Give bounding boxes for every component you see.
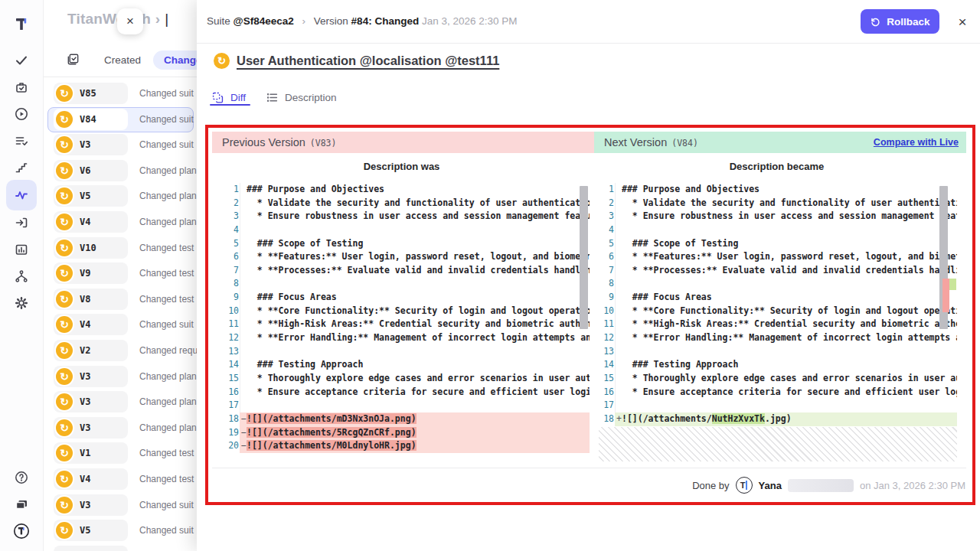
- done-by-row: Done by T Yana on Jan 3, 2026 2:30 PM: [692, 475, 965, 495]
- version-list-item[interactable]: ↻V3Changed suit: [44, 134, 197, 157]
- version-list-item[interactable]: ↻V8Changed test: [44, 289, 197, 311]
- version-caption: Changed suit: [139, 500, 194, 510]
- activity-icon[interactable]: [6, 180, 37, 210]
- version-list-item[interactable]: ↻V3Changed plan: [44, 417, 197, 440]
- removed-lines-placeholder-hatch: [599, 427, 957, 461]
- version-caption: Changed suit: [139, 88, 194, 99]
- code-line: 4: [599, 223, 957, 237]
- version-label: V9: [80, 268, 90, 279]
- version-caption: Changed suit: [139, 319, 194, 330]
- version-pill: [54, 546, 128, 551]
- version-list-item[interactable]: ↻V1Changed test: [44, 442, 197, 465]
- text-cursor: |: [165, 11, 168, 27]
- version-pill: ↻V4: [54, 314, 128, 335]
- changed-version-icon: ↻: [56, 85, 73, 102]
- version-list-item[interactable]: ↻V85Changed suit: [44, 83, 197, 106]
- icon-rail: [0, 0, 44, 551]
- previous-version-header: Previous Version (V83): [212, 132, 594, 153]
- versions-panel: TitanWealth ›| Created Changed ↻V85Chang…: [44, 0, 197, 551]
- runs-icon[interactable]: [6, 99, 37, 129]
- rollback-button[interactable]: Rollback: [861, 9, 939, 34]
- version-list-item[interactable]: ↻V4Changed test: [44, 468, 197, 491]
- code-line: 20−![](/attachments/M0LdnyloHR.jpg): [224, 439, 590, 453]
- version-label: V5: [80, 191, 90, 201]
- code-line: 18−![](/attachments/mD3Nx3nOJa.png): [224, 412, 590, 426]
- version-caption: Changed plan: [139, 396, 197, 407]
- code-line: 16 * Ensure acceptance criteria for secu…: [224, 386, 590, 399]
- version-pill: ↻V6: [54, 160, 128, 181]
- drawer-close-button[interactable]: ×: [953, 13, 972, 31]
- version-list-item[interactable]: ↻V6Changed plan: [44, 160, 197, 183]
- tab-description[interactable]: Description: [266, 91, 337, 104]
- library-icon[interactable]: [6, 489, 37, 520]
- panel-close-button[interactable]: ×: [117, 8, 143, 34]
- screen: TitanWealth ›| Created Changed ↻V85Chang…: [0, 0, 980, 551]
- code-line: 13: [599, 345, 957, 359]
- select-all-icon[interactable]: [66, 52, 80, 70]
- version-list-item[interactable]: ↻V84Changed suit: [44, 109, 197, 132]
- help-icon[interactable]: [6, 462, 37, 493]
- code-line: 9 ### Focus Areas: [599, 291, 957, 305]
- code-line: 7 * **Processes:** Evaluate valid and in…: [224, 264, 590, 278]
- tests-icon[interactable]: [6, 45, 37, 76]
- version-list: ↻V85Changed suit↻V84Changed suit↻V3Chang…: [44, 77, 197, 551]
- changed-version-icon: ↻: [56, 136, 73, 153]
- version-label: V4: [80, 319, 90, 330]
- test-case-icon[interactable]: [6, 72, 37, 103]
- version-list-item[interactable]: ↻V10Changed test: [44, 237, 197, 260]
- version-pill: ↻V3: [54, 417, 128, 439]
- code-line: 19−![](/attachments/5RcgQZnCRf.png): [224, 426, 590, 440]
- left-pane-scrollbar[interactable]: [580, 186, 588, 329]
- app-logo-icon[interactable]: [6, 9, 37, 40]
- version-caption: Changed test: [139, 474, 194, 484]
- version-list-item[interactable]: ↻V3Changed suit: [44, 494, 197, 517]
- code-line: 12 * **Error Handling:** Management of i…: [224, 331, 590, 345]
- version-caption: Changed suit: [139, 139, 194, 150]
- version-label: V3: [80, 422, 90, 433]
- changed-version-icon: ↻: [56, 316, 73, 333]
- version-label: V8: [80, 294, 90, 305]
- version-list-item[interactable]: ↻V3Changed plan: [44, 391, 197, 414]
- traceability-icon[interactable]: [6, 261, 37, 292]
- version-caption: Changed plan: [139, 422, 197, 433]
- version-label: V3: [80, 371, 90, 382]
- code-line: 10 * **Core Functionality:** Security of…: [599, 305, 957, 318]
- tab-created[interactable]: Created: [104, 54, 141, 66]
- version-list-item[interactable]: ↻V3Changed plan: [44, 366, 197, 389]
- version-list-item[interactable]: ↻V4Changed plan: [44, 211, 197, 234]
- code-line: 6 * **Features:** User login, password r…: [599, 250, 957, 264]
- code-line: 6 * **Features:** User login, password r…: [224, 250, 590, 264]
- version-pill: ↻V3: [54, 366, 128, 387]
- code-line: 7 * **Processes:** Evaluate valid and in…: [599, 264, 957, 278]
- version-list-item[interactable]: ↻V5Changed plan: [44, 185, 197, 208]
- version-pill: ↻V2: [54, 340, 128, 361]
- compare-with-live-link[interactable]: Compare with Live: [874, 137, 959, 148]
- version-list-item[interactable]: ↻V2Changed requ: [44, 340, 197, 363]
- requirements-icon[interactable]: [6, 207, 37, 238]
- plans-icon[interactable]: [6, 126, 37, 156]
- right-column-title: Description became: [599, 161, 955, 172]
- entity-title[interactable]: User Authentication @localisation @test1…: [237, 54, 499, 68]
- diff-added-marker: [949, 279, 956, 290]
- version-list-item[interactable]: ↻V9Changed test: [44, 262, 197, 285]
- version-list-item[interactable]: ↻V5Changed suit: [44, 520, 197, 543]
- version-list-item[interactable]: ↻V4Changed suit: [44, 314, 197, 337]
- changed-version-icon: ↻: [56, 471, 73, 487]
- code-line: 3 * Ensure robustness in user access and…: [599, 210, 957, 223]
- description-icon: [266, 91, 279, 104]
- version-caption: Changed test: [139, 294, 194, 305]
- version-pill: ↻V3: [54, 391, 128, 412]
- settings-icon[interactable]: [6, 288, 37, 318]
- footer-divider: [212, 468, 966, 468]
- changed-version-icon: ↻: [56, 419, 73, 436]
- code-line: 11 * **High-Risk Areas:** Credential sec…: [224, 318, 590, 331]
- milestones-icon[interactable]: [6, 152, 37, 183]
- version-pill: ↻V5: [54, 520, 128, 541]
- tab-diff[interactable]: Diff: [211, 91, 246, 104]
- reports-icon[interactable]: [6, 234, 37, 265]
- profile-icon[interactable]: [6, 516, 37, 546]
- version-list-item[interactable]: [44, 546, 197, 551]
- code-line: 5 ### Scope of Testing: [599, 237, 957, 251]
- code-line: 11 * **High-Risk Areas:** Credential sec…: [599, 318, 957, 331]
- next-version-header: Next Version (V84) Compare with Live: [594, 132, 966, 153]
